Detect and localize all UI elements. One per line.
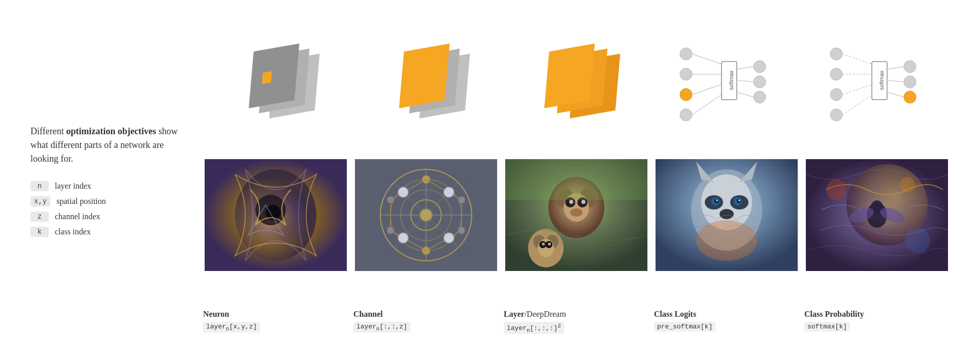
svg-point-103 bbox=[738, 199, 740, 201]
left-panel: Different optimization objectives show w… bbox=[30, 15, 193, 346]
neuron-image bbox=[203, 159, 348, 305]
svg-rect-3 bbox=[262, 71, 272, 84]
svg-point-10 bbox=[680, 48, 692, 60]
legend-label-n: layer index bbox=[55, 182, 91, 191]
legend-item-z: z channel index bbox=[30, 212, 193, 222]
svg-line-33 bbox=[842, 95, 872, 115]
svg-point-38 bbox=[904, 91, 916, 103]
svg-point-36 bbox=[904, 61, 916, 73]
svg-rect-6 bbox=[399, 44, 450, 109]
svg-line-39 bbox=[887, 67, 904, 69]
svg-point-29 bbox=[830, 109, 842, 121]
svg-point-89 bbox=[548, 243, 551, 246]
images-row: Neuron layern[x,y,z] bbox=[203, 159, 950, 346]
diagram-class-probability: softmax bbox=[804, 34, 950, 130]
legend-item-n: n layer index bbox=[30, 181, 193, 191]
svg-point-22 bbox=[754, 91, 766, 103]
svg-point-12 bbox=[680, 88, 692, 101]
svg-point-71 bbox=[398, 233, 408, 243]
svg-point-114 bbox=[900, 177, 915, 192]
intro-bold: optimization objectives bbox=[66, 126, 156, 136]
class-logits-title: Class Logits bbox=[654, 310, 696, 319]
svg-line-40 bbox=[887, 80, 904, 82]
channel-image bbox=[353, 159, 499, 305]
legend-key-k: k bbox=[30, 227, 49, 237]
svg-rect-9 bbox=[544, 44, 595, 109]
svg-point-37 bbox=[904, 76, 916, 88]
svg-point-27 bbox=[830, 68, 842, 80]
legend-label-k: class index bbox=[55, 227, 91, 236]
diagram-neuron bbox=[203, 34, 348, 130]
svg-point-113 bbox=[905, 228, 930, 253]
image-item-layer: Layer/DeepDream layern[:,:,:]2 bbox=[504, 159, 649, 335]
diagram-channel bbox=[353, 34, 499, 130]
class-probability-image bbox=[804, 159, 950, 305]
layer-code: layern[:,:,:]2 bbox=[504, 322, 564, 335]
svg-point-79 bbox=[569, 200, 573, 204]
class-probability-code: softmax[k] bbox=[804, 322, 850, 332]
class-logits-code: pre_softmax[k] bbox=[654, 322, 715, 332]
svg-point-21 bbox=[754, 76, 766, 88]
legend-item-xy: x,y spatial position bbox=[30, 196, 193, 206]
legend-item-k: k class index bbox=[30, 227, 193, 237]
svg-point-11 bbox=[680, 68, 692, 80]
svg-point-80 bbox=[581, 200, 585, 204]
svg-point-68 bbox=[398, 187, 408, 197]
svg-line-16 bbox=[692, 84, 722, 95]
legend-key-z: z bbox=[30, 212, 49, 222]
intro-text: Different optimization objectives show w… bbox=[30, 125, 193, 166]
image-item-class-logits: Class Logits pre_softmax[k] bbox=[654, 159, 799, 332]
image-item-neuron: Neuron layern[x,y,z] bbox=[203, 159, 348, 333]
svg-point-26 bbox=[830, 48, 842, 60]
diagrams-row: softmax bbox=[203, 15, 950, 149]
svg-line-17 bbox=[692, 95, 722, 115]
svg-point-28 bbox=[830, 88, 842, 101]
channel-title: Channel bbox=[353, 310, 383, 319]
svg-point-102 bbox=[716, 199, 718, 201]
svg-rect-2 bbox=[249, 44, 300, 109]
neuron-title: Neuron bbox=[203, 310, 229, 319]
svg-line-30 bbox=[842, 54, 872, 64]
class-probability-title: Class Probability bbox=[804, 310, 864, 319]
svg-point-20 bbox=[754, 61, 766, 73]
image-item-class-probability: Class Probability softmax[k] bbox=[804, 159, 950, 332]
svg-point-69 bbox=[444, 187, 454, 197]
class-logits-image bbox=[654, 159, 799, 305]
right-panel: softmax bbox=[203, 15, 950, 346]
layer-image bbox=[504, 159, 649, 305]
svg-point-70 bbox=[444, 233, 454, 243]
svg-line-32 bbox=[842, 84, 872, 95]
svg-point-13 bbox=[680, 109, 692, 121]
svg-line-24 bbox=[737, 80, 754, 82]
legend-label-z: channel index bbox=[55, 212, 100, 221]
layer-title: Layer/DeepDream bbox=[504, 310, 566, 319]
channel-code: layern[:,:,z] bbox=[353, 322, 410, 333]
legend-key-xy: x,y bbox=[30, 196, 50, 206]
svg-point-81 bbox=[570, 208, 582, 217]
svg-rect-90 bbox=[505, 159, 647, 200]
main-container: Different optimization objectives show w… bbox=[0, 0, 980, 361]
svg-point-88 bbox=[542, 243, 545, 246]
svg-point-105 bbox=[696, 220, 757, 261]
neuron-code: layern[x,y,z] bbox=[203, 322, 260, 333]
diagram-layer bbox=[504, 34, 649, 130]
legend-label-xy: spatial position bbox=[56, 197, 106, 206]
svg-line-41 bbox=[887, 92, 904, 97]
svg-point-61 bbox=[420, 209, 432, 221]
svg-text:softmax: softmax bbox=[878, 70, 885, 90]
diagram-class-logits: softmax bbox=[654, 34, 799, 130]
svg-point-112 bbox=[826, 179, 846, 200]
svg-line-23 bbox=[737, 67, 754, 69]
image-item-channel: Channel layern[:,:,z] bbox=[353, 159, 499, 333]
svg-point-85 bbox=[538, 239, 554, 257]
legend: n layer index x,y spatial position z cha… bbox=[30, 181, 193, 237]
svg-text:softmax: softmax bbox=[728, 70, 734, 90]
legend-key-n: n bbox=[30, 181, 49, 191]
svg-line-14 bbox=[692, 54, 722, 64]
svg-line-25 bbox=[737, 92, 754, 97]
svg-point-104 bbox=[720, 209, 734, 219]
